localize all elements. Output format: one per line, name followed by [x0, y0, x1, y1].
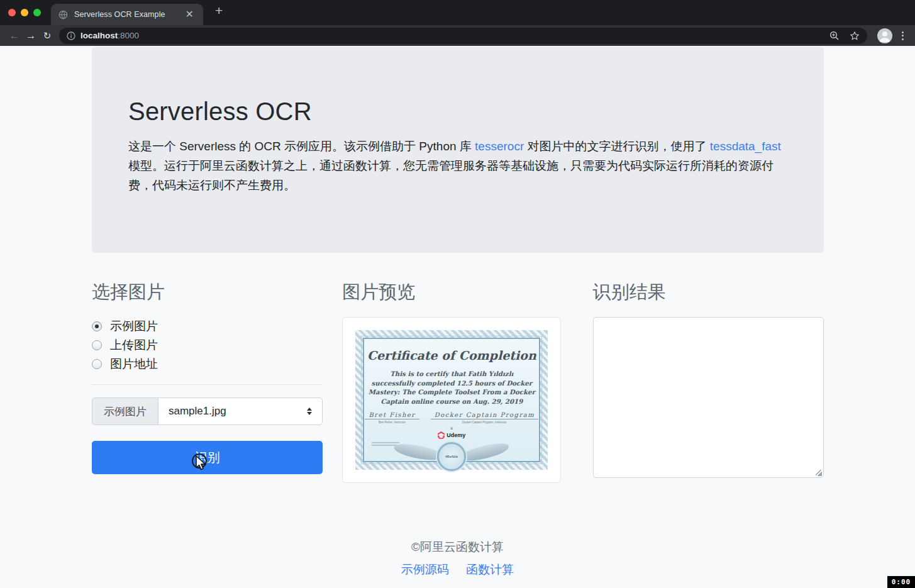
- udemy-brand-text: Udemy: [446, 432, 465, 438]
- result-heading: 识别结果: [593, 282, 824, 302]
- source-code-link[interactable]: 示例源码: [401, 563, 449, 576]
- signature-docker-captain: Docker Captain Program Docker Captain Pr…: [431, 411, 539, 424]
- result-textarea[interactable]: [593, 317, 824, 478]
- certificate-preview-image: Certificate of Completion This is to cer…: [355, 330, 548, 470]
- url-port: :8000: [118, 31, 139, 40]
- preview-heading: 图片预览: [342, 282, 573, 302]
- screen: Serverless OCR Example ✕ + ← → ↻ localho…: [0, 0, 915, 588]
- description-text-1: 这是一个 Serverless 的 OCR 示例应用。该示例借助于 Python…: [128, 140, 475, 153]
- browser-toolbar: ← → ↻ localhost :8000: [0, 25, 915, 46]
- selected-sample-value: sample1.jpg: [169, 405, 226, 418]
- tab-title: Serverless OCR Example: [74, 10, 184, 19]
- resize-handle-icon[interactable]: [816, 470, 822, 476]
- window-controls: [0, 0, 51, 25]
- recording-timer: 0:00: [887, 576, 915, 588]
- page-zoom-icon[interactable]: [829, 31, 840, 41]
- jumbotron: Serverless OCR 这是一个 Serverless 的 OCR 示例应…: [92, 47, 824, 253]
- signature-bret-fisher: Bret Fisher Bret Fisher, Instructor: [365, 411, 419, 424]
- radio-option-sample-image[interactable]: 示例图片: [92, 317, 323, 336]
- radio-button-upload-image[interactable]: [92, 340, 102, 350]
- preview-section: 图片预览 Certificate of Completion This is t…: [342, 282, 573, 483]
- close-window-button[interactable]: [8, 9, 16, 16]
- input-group-label: 示例图片: [92, 397, 158, 425]
- copyright-text: ©阿里云函数计算: [0, 538, 915, 556]
- page-title: Serverless OCR: [128, 97, 787, 126]
- page-content: Serverless OCR 这是一个 Serverless 的 OCR 示例应…: [0, 47, 915, 588]
- function-compute-link[interactable]: 函数计算: [466, 563, 514, 576]
- seal-ribbon-left: [393, 441, 443, 463]
- minimize-window-button[interactable]: [21, 9, 28, 16]
- seal-ribbon-right: [460, 441, 510, 463]
- select-image-section: 选择图片 示例图片 上传图片 图片地址 示例图片 sample1: [92, 282, 323, 483]
- sample-image-input-group: 示例图片 sample1.jpg: [92, 397, 323, 425]
- tab-close-icon[interactable]: ✕: [184, 9, 196, 19]
- profile-avatar[interactable]: [877, 28, 892, 43]
- signature-label-1: Bret Fisher, Instructor: [365, 421, 419, 424]
- select-caret-icon: [307, 408, 312, 415]
- tesserocr-link[interactable]: tesserocr: [475, 140, 524, 153]
- new-tab-button[interactable]: +: [203, 4, 223, 21]
- forward-button[interactable]: →: [23, 28, 39, 44]
- signature-script-1: Bret Fisher: [365, 411, 419, 419]
- radio-option-upload-image[interactable]: 上传图片: [92, 336, 323, 355]
- sample-image-select[interactable]: sample1.jpg: [158, 397, 323, 425]
- timer-value: 0:00: [892, 578, 911, 586]
- page-description: 这是一个 Serverless 的 OCR 示例应用。该示例借助于 Python…: [128, 136, 787, 195]
- certificate-seal: #BeAble: [437, 442, 466, 471]
- footer-links: 示例源码 函数计算: [0, 561, 915, 579]
- zoom-window-button[interactable]: [33, 9, 41, 16]
- radio-label-upload-image: 上传图片: [110, 337, 158, 353]
- description-text-2: 对图片中的文字进行识别，使用了: [524, 140, 710, 153]
- reload-button[interactable]: ↻: [39, 28, 55, 44]
- browser-tab-strip: Serverless OCR Example ✕ +: [0, 0, 915, 25]
- preview-card: Certificate of Completion This is to cer…: [342, 317, 561, 483]
- certificate-signatures: Bret Fisher Bret Fisher, Instructor Dock…: [364, 411, 539, 424]
- bookmark-star-icon[interactable]: [850, 31, 860, 41]
- signature-label-2: Docker Captain Program, Instructor: [431, 421, 539, 424]
- globe-favicon-icon: [58, 9, 69, 19]
- radio-button-image-url[interactable]: [92, 359, 102, 369]
- url-host: localhost: [80, 31, 118, 40]
- select-image-heading: 选择图片: [92, 282, 323, 302]
- udemy-brand: Udemy: [364, 431, 539, 439]
- radio-label-sample-image: 示例图片: [110, 318, 158, 335]
- tessdata-fast-link[interactable]: tessdata_fast: [710, 140, 781, 153]
- footer: ©阿里云函数计算 示例源码 函数计算: [0, 538, 915, 579]
- browser-menu-icon[interactable]: [896, 30, 909, 42]
- certificate-frame: Certificate of Completion This is to cer…: [363, 338, 540, 462]
- certificate-body-text: This is to certify that Fatih Yıldızlı s…: [367, 369, 536, 406]
- radio-label-image-url: 图片地址: [110, 356, 158, 372]
- result-section: 识别结果: [593, 282, 824, 483]
- divider: [92, 384, 323, 385]
- radio-button-sample-image[interactable]: [92, 321, 102, 331]
- signature-script-2: Docker Captain Program: [431, 411, 539, 419]
- certificate-ampersand: &: [364, 426, 539, 430]
- address-bar[interactable]: localhost :8000: [59, 28, 867, 44]
- description-text-3: 模型。运行于阿里云函数计算之上，通过函数计算，您无需管理服务器等基础设施，只需要…: [128, 159, 774, 192]
- udemy-logo-icon: [438, 431, 445, 439]
- main-columns: 选择图片 示例图片 上传图片 图片地址 示例图片 sample1: [92, 282, 824, 483]
- seal-text: #BeAble: [445, 455, 458, 458]
- back-button[interactable]: ←: [6, 28, 23, 44]
- browser-tab[interactable]: Serverless OCR Example ✕: [51, 4, 203, 25]
- site-info-icon[interactable]: [67, 31, 75, 40]
- recognize-button[interactable]: 识别: [92, 441, 323, 474]
- certificate-title: Certificate of Completion: [364, 348, 539, 362]
- radio-option-image-url[interactable]: 图片地址: [92, 355, 323, 374]
